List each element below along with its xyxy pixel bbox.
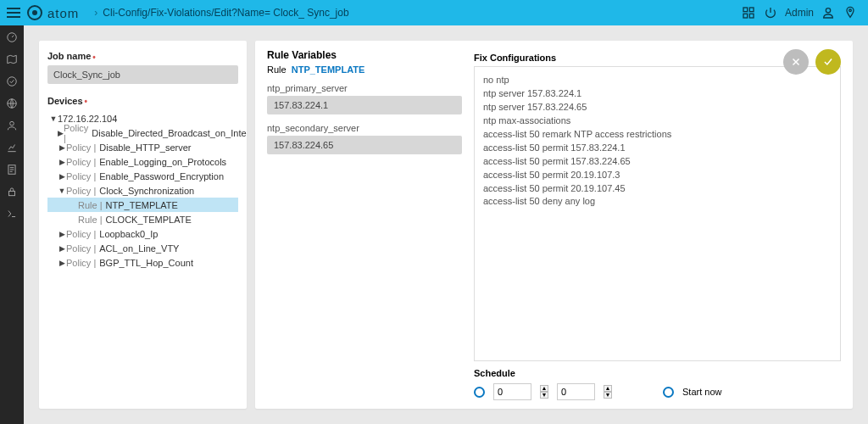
svg-point-4 [826,8,830,13]
location-icon[interactable] [839,2,861,24]
user-label[interactable]: Admin [785,7,814,19]
svg-rect-0 [743,8,748,12]
svg-rect-3 [749,14,754,18]
power-icon[interactable] [760,2,782,24]
svg-rect-1 [749,8,754,12]
top-bar: atom › Cli-Config/Fix-Violations/Edit?Na… [0,0,868,25]
logo-icon [27,5,42,20]
svg-rect-2 [743,14,748,18]
grid-icon[interactable] [737,2,760,24]
menu-icon[interactable] [7,8,20,18]
breadcrumb[interactable]: Cli-Config/Fix-Violations/Edit?Name= Clo… [103,7,348,19]
svg-point-5 [849,9,852,12]
brand-label: atom [47,6,79,20]
user-icon[interactable] [817,2,839,24]
chevron-right-icon: › [94,7,97,19]
